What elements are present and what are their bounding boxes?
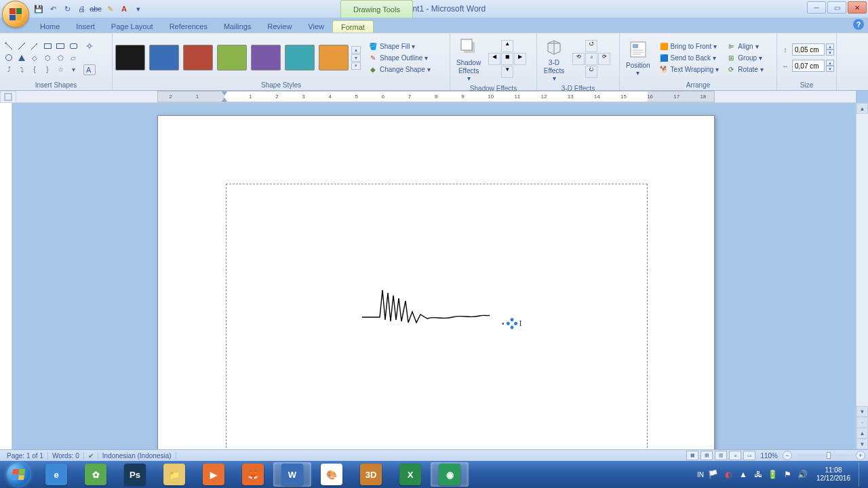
shape-style-swatch[interactable] [319, 45, 349, 70]
show-desktop-button[interactable] [859, 462, 864, 487]
3d-effects-button[interactable]: 3-D Effects ▾ [540, 35, 568, 84]
taskbar-app1[interactable]: ✿ [77, 462, 115, 487]
group-label: Size [780, 81, 833, 90]
shadow-effects-button[interactable]: Shadow Effects ▾ [453, 35, 484, 84]
style-gallery-scroll[interactable]: ▲▼▾ [351, 46, 361, 70]
taskbar-explorer[interactable]: 📁 [155, 462, 193, 487]
send-back-icon: 🟦 [659, 53, 669, 62]
taskbar-3d[interactable]: 3D [352, 462, 390, 487]
tray-language[interactable]: IN [697, 471, 704, 479]
ruler-corner[interactable] [0, 91, 16, 103]
zoom-level[interactable]: 110% [760, 452, 778, 460]
shape-style-swatch[interactable] [217, 45, 247, 70]
zoom-in-button[interactable]: + [856, 451, 865, 460]
tray-icon[interactable]: ◐ [723, 469, 734, 480]
group-icon: ⊞ [726, 53, 736, 62]
ribbon: ◇ ⬡ ⬠ ▱ ⤴ ⤵ { } ☆ ▾ ✧ A Insert Shapes ▲▼… [0, 33, 868, 91]
send-to-back-button[interactable]: 🟦Send to Back ▾ [657, 52, 722, 63]
shape-styles-gallery[interactable] [115, 45, 349, 70]
start-button[interactable] [0, 461, 37, 488]
document-area: • I [12, 103, 856, 449]
tray-icon[interactable]: ▲ [738, 469, 749, 480]
status-proofing-icon[interactable]: ✔ [84, 452, 98, 460]
status-bar: Page: 1 of 1 Words: 0 ✔ Indonesian (Indo… [0, 449, 868, 461]
shapes-gallery[interactable]: ◇ ⬡ ⬠ ▱ ⤴ ⤵ { } ☆ ▾ [3, 41, 79, 75]
tab-insert[interactable]: Insert [68, 20, 103, 33]
svg-rect-3 [461, 39, 472, 50]
system-tray: IN 🏳️ ◐ ▲ 🖧 🔋 ⚑ 🔊 11:0812/12/2016 [693, 462, 868, 487]
close-button[interactable]: ✕ [848, 1, 867, 14]
scribble-shape[interactable] [361, 283, 496, 332]
shape-width-input[interactable]: 0,07 cm [792, 60, 825, 72]
status-page[interactable]: Page: 1 of 1 [3, 452, 48, 460]
taskbar-excel[interactable]: X [391, 462, 429, 487]
status-language[interactable]: Indonesian (Indonesia) [98, 452, 176, 460]
shape-style-swatch[interactable] [183, 45, 213, 70]
tab-review[interactable]: Review [259, 20, 300, 33]
group-insert-shapes: ◇ ⬡ ⬠ ▱ ⤴ ⤵ { } ☆ ▾ ✧ A Insert Shapes [0, 33, 113, 90]
group-button[interactable]: ⊞Group ▾ [724, 52, 765, 63]
shape-outline-button[interactable]: ✎Shape Outline ▾ [366, 52, 433, 63]
bring-to-front-button[interactable]: 🟧Bring to Front ▾ [657, 41, 722, 52]
tray-flag2-icon[interactable]: ⚑ [783, 469, 793, 480]
horizontal-ruler[interactable]: 12345678910111213141516171821 [16, 91, 856, 103]
shape-style-swatch[interactable] [285, 45, 315, 70]
position-button[interactable]: Position ▾ [623, 37, 654, 79]
scribble-endpoint-handle[interactable]: • I [502, 319, 522, 329]
vertical-ruler[interactable] [0, 103, 12, 449]
taskbar-word[interactable]: W [273, 462, 311, 487]
shape-style-swatch[interactable] [251, 45, 281, 70]
zoom-out-button[interactable]: − [783, 451, 792, 460]
view-print-layout-button[interactable]: ▦ [686, 451, 698, 460]
tab-mailings[interactable]: Mailings [216, 20, 259, 33]
tray-flag-icon[interactable]: 🏳️ [708, 469, 719, 480]
text-box-button[interactable]: A [83, 64, 96, 75]
text-wrap-icon: 🐕 [659, 64, 669, 74]
minimize-button[interactable]: ─ [807, 1, 826, 14]
shape-style-swatch[interactable] [115, 45, 145, 70]
svg-line-1 [31, 43, 37, 49]
text-wrapping-button[interactable]: 🐕Text Wrapping ▾ [657, 64, 722, 75]
tab-format[interactable]: Format [332, 20, 374, 33]
maximize-button[interactable]: ▭ [827, 1, 846, 14]
text-box-shape[interactable]: • I [226, 184, 648, 449]
taskbar-firefox[interactable]: 🦊 [234, 462, 272, 487]
view-outline-button[interactable]: ≡ [729, 451, 741, 460]
group-label: Insert Shapes [3, 81, 109, 90]
tab-references[interactable]: References [161, 20, 216, 33]
taskbar-media[interactable]: ▶ [195, 462, 233, 487]
svg-rect-5 [633, 44, 638, 48]
shadow-nudge-pad[interactable]: ▲ ◀◼▶ ▼ [488, 40, 526, 78]
status-words[interactable]: Words: 0 [48, 452, 84, 460]
view-draft-button[interactable]: ▭ [743, 451, 755, 460]
vertical-scrollbar[interactable]: ▲ ▼ ◦ ▲ ▼ [856, 103, 868, 449]
change-shape-button[interactable]: ◆Change Shape ▾ [366, 64, 433, 75]
zoom-slider[interactable] [797, 454, 851, 457]
shape-style-swatch[interactable] [149, 45, 179, 70]
taskbar-paint[interactable]: 🎨 [313, 462, 351, 487]
tray-battery-icon[interactable]: 🔋 [768, 469, 778, 480]
height-spinner[interactable]: ▲▼ [826, 43, 834, 56]
help-icon[interactable]: ? [853, 19, 864, 30]
shape-fill-button[interactable]: 🪣Shape Fill ▾ [366, 41, 433, 52]
taskbar-photoshop[interactable]: Ps [116, 462, 154, 487]
3d-tilt-pad[interactable]: ⭯ ⟲⬦⟳ ⭮ [572, 40, 610, 78]
view-full-screen-button[interactable]: ▤ [701, 451, 713, 460]
shape-height-input[interactable]: 0,05 cm [792, 43, 825, 56]
view-web-layout-button[interactable]: ▥ [715, 451, 727, 460]
tray-clock[interactable]: 11:0812/12/2016 [812, 466, 854, 483]
taskbar-corel[interactable]: ◉ [431, 462, 469, 487]
page[interactable]: • I [157, 115, 715, 449]
taskbar-ie[interactable]: e [37, 462, 75, 487]
title-bar: 💾 ↶ ↻ 🖨 abc ✎ A ▾ Document1 - Microsoft … [0, 0, 868, 18]
tray-volume-icon[interactable]: 🔊 [797, 469, 808, 480]
align-button[interactable]: ⊫Align ▾ [724, 41, 765, 52]
tab-home[interactable]: Home [32, 20, 68, 33]
width-spinner[interactable]: ▲▼ [826, 60, 834, 72]
edit-shape-button[interactable]: ✧ [83, 40, 96, 52]
office-button[interactable] [2, 1, 29, 28]
tray-network-icon[interactable]: 🖧 [753, 469, 764, 480]
tab-view[interactable]: View [300, 20, 332, 33]
tab-page-layout[interactable]: Page Layout [103, 20, 161, 33]
rotate-button[interactable]: ⟳Rotate ▾ [724, 64, 765, 75]
